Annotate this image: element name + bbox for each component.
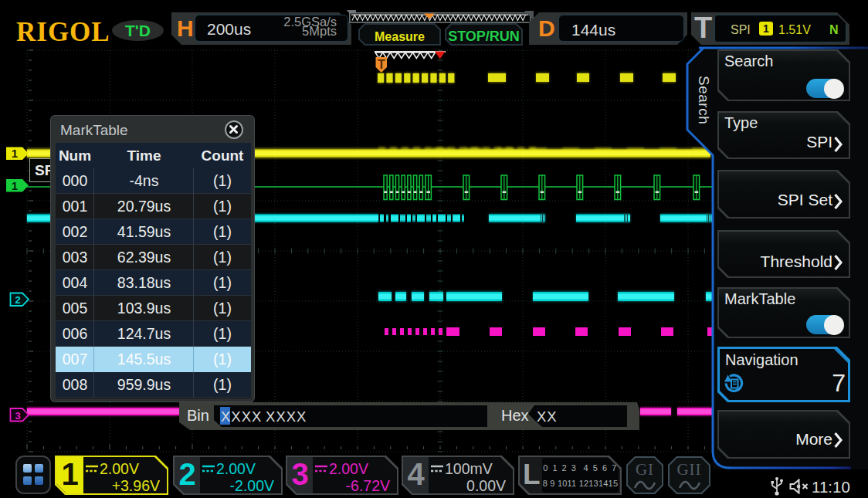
svg-text:T: T <box>378 58 385 71</box>
svg-text:1: 1 <box>12 179 18 192</box>
svg-text:1: 1 <box>12 147 18 160</box>
svg-text:3: 3 <box>15 410 20 422</box>
svg-text:2: 2 <box>15 294 20 306</box>
